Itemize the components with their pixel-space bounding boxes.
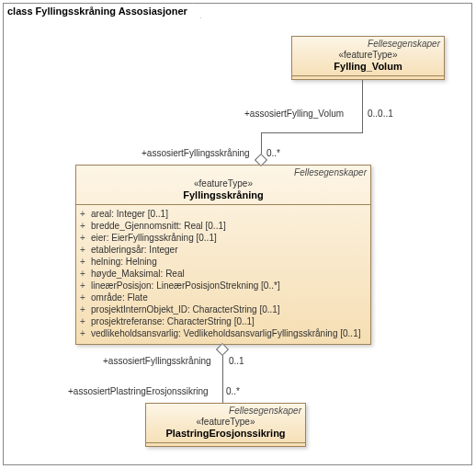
- attr: +område: Flate: [80, 292, 367, 303]
- assoc-mult-label: 0..*: [266, 148, 280, 158]
- attr: +prosjektreferanse: CharacterString [0..…: [80, 315, 367, 327]
- class-fylling-volum[interactable]: Fellesegenskaper «featureType» Fylling_V…: [291, 36, 445, 80]
- attr: +eier: EierFyllingsskråning [0..1]: [80, 232, 367, 244]
- class-body: +areal: Integer [0..1] +bredde_Gjennomsn…: [76, 205, 370, 342]
- assoc-mult-label: 0..1: [229, 356, 244, 366]
- frame-title: class Fyllingsskråning Assosiasjoner: [7, 6, 187, 17]
- class-name: PlastringErosjonssikring: [152, 427, 300, 440]
- attr: +bredde_Gjennomsnitt: Real [0..1]: [80, 220, 367, 232]
- diagram-frame: class Fyllingsskråning Assosiasjoner Fel…: [3, 3, 472, 465]
- assoc-mult-label: 0..*: [226, 386, 240, 396]
- assoc-mult-label: 0..0..1: [368, 109, 393, 119]
- stereotype: «featureType»: [298, 50, 438, 60]
- attr: +vedlikeholdsansvarlig: Vedlikeholdsansv…: [80, 327, 367, 339]
- class-fyllingsskraning[interactable]: Fellesegenskaper «featureType» Fyllingss…: [75, 165, 371, 345]
- class-tag: Fellesegenskaper: [229, 406, 301, 416]
- attr: +prosjektInternObjekt_ID: CharacterStrin…: [80, 303, 367, 315]
- class-tag: Fellesegenskaper: [294, 167, 367, 177]
- assoc-role-label: +assosiertFyllingsskråning: [103, 356, 211, 366]
- attr: +etableringsår: Integer: [80, 244, 367, 256]
- attr: +areal: Integer [0..1]: [80, 208, 367, 220]
- class-name: Fylling_Volum: [298, 60, 438, 73]
- class-tag: Fellesegenskaper: [368, 39, 440, 49]
- association-line: [261, 132, 363, 133]
- association-line: [362, 80, 363, 132]
- assoc-role-label: +assosiertPlastringErosjonssikring: [68, 386, 209, 396]
- attr: +helning: Helning: [80, 256, 367, 268]
- class-plastring[interactable]: Fellesegenskaper «featureType» Plastring…: [145, 403, 306, 447]
- attr: +lineærPosisjon: LineærPosisjonStrekning…: [80, 280, 367, 292]
- aggregation-diamond-icon: [216, 343, 229, 356]
- assoc-role-label: +assosiertFyllingsskråning: [142, 148, 250, 158]
- association-line: [222, 354, 223, 403]
- stereotype: «featureType»: [82, 178, 365, 189]
- class-name: Fyllingsskråning: [82, 189, 365, 201]
- stereotype: «featureType»: [152, 417, 300, 427]
- attr: +høyde_Maksimal: Real: [80, 268, 367, 280]
- assoc-role-label: +assosiertFylling_Volum: [244, 109, 344, 119]
- frame-title-tab: class Fyllingsskråning Assosiasjoner: [3, 3, 201, 18]
